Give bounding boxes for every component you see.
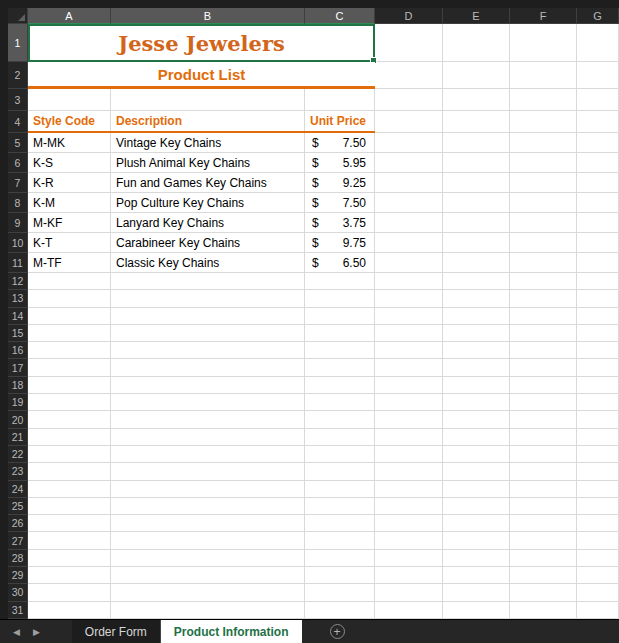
empty-cell[interactable] [305, 481, 375, 498]
row-header-18[interactable]: 18 [8, 377, 28, 394]
empty-cell[interactable] [577, 584, 619, 601]
empty-cell[interactable] [111, 359, 305, 376]
empty-cell[interactable] [443, 153, 510, 173]
empty-cell[interactable] [577, 550, 619, 567]
cell-description[interactable]: Fun and Games Key Chains [111, 173, 305, 193]
empty-cell[interactable] [443, 584, 510, 601]
cell-description[interactable]: Plush Animal Key Chains [111, 153, 305, 173]
empty-cell[interactable] [305, 394, 375, 411]
empty-cell[interactable] [577, 253, 619, 273]
empty-cell[interactable] [375, 290, 443, 307]
empty-cell[interactable] [111, 515, 305, 532]
empty-cell[interactable] [375, 342, 443, 359]
row-header-28[interactable]: 28 [8, 550, 28, 567]
empty-cell[interactable] [375, 62, 443, 89]
column-header-A[interactable]: A [28, 8, 111, 24]
empty-cell[interactable] [305, 446, 375, 463]
empty-cell[interactable] [510, 153, 577, 173]
empty-cell[interactable] [443, 213, 510, 233]
sheet-tab-product-information[interactable]: Product Information [161, 620, 302, 643]
empty-cell[interactable] [375, 133, 443, 153]
row-header-3[interactable]: 3 [8, 89, 28, 111]
cell-style-code[interactable]: K-R [28, 173, 111, 193]
empty-cell[interactable] [305, 342, 375, 359]
prev-sheet-button[interactable]: ◀ [13, 627, 20, 637]
row-header-8[interactable]: 8 [8, 193, 28, 213]
empty-cell[interactable] [443, 342, 510, 359]
row-header-19[interactable]: 19 [8, 394, 28, 411]
empty-cell[interactable] [577, 325, 619, 342]
empty-cell[interactable] [111, 325, 305, 342]
empty-cell[interactable] [28, 342, 111, 359]
column-header-F[interactable]: F [510, 8, 577, 24]
row-header-14[interactable]: 14 [8, 308, 28, 325]
empty-cell[interactable] [443, 173, 510, 193]
empty-cell[interactable] [111, 273, 305, 290]
empty-cell[interactable] [28, 394, 111, 411]
empty-cell[interactable] [577, 463, 619, 480]
empty-cell[interactable] [111, 602, 305, 619]
empty-cell[interactable] [111, 429, 305, 446]
empty-cell[interactable] [375, 429, 443, 446]
empty-cell[interactable] [28, 411, 111, 428]
empty-cell[interactable] [443, 89, 510, 111]
empty-cell[interactable] [111, 411, 305, 428]
header-description[interactable]: Description [111, 114, 305, 128]
empty-cell[interactable] [577, 342, 619, 359]
empty-cell[interactable] [375, 173, 443, 193]
empty-cell[interactable] [510, 446, 577, 463]
empty-cell[interactable] [577, 89, 619, 111]
empty-cell[interactable] [443, 463, 510, 480]
empty-cell[interactable] [510, 602, 577, 619]
empty-cell[interactable] [375, 359, 443, 376]
row-header-6[interactable]: 6 [8, 153, 28, 173]
row-header-21[interactable]: 21 [8, 429, 28, 446]
sheet-grid[interactable]: Jesse Jewelers Product List Style Code D… [28, 24, 619, 619]
empty-cell[interactable] [375, 394, 443, 411]
empty-cell[interactable] [510, 550, 577, 567]
column-header-G[interactable]: G [577, 8, 619, 24]
empty-cell[interactable] [443, 515, 510, 532]
empty-cell[interactable] [577, 359, 619, 376]
empty-cell[interactable] [443, 359, 510, 376]
empty-cell[interactable] [443, 532, 510, 549]
header-style-code[interactable]: Style Code [28, 114, 111, 128]
empty-cell[interactable] [510, 273, 577, 290]
empty-cell[interactable] [375, 567, 443, 584]
empty-cell[interactable] [28, 550, 111, 567]
empty-cell[interactable] [443, 325, 510, 342]
row-header-20[interactable]: 20 [8, 411, 28, 428]
empty-cell[interactable] [577, 153, 619, 173]
empty-cell[interactable] [305, 515, 375, 532]
empty-cell[interactable] [577, 602, 619, 619]
row-header-9[interactable]: 9 [8, 213, 28, 233]
empty-cell[interactable] [577, 515, 619, 532]
empty-cell[interactable] [375, 532, 443, 549]
empty-cell[interactable] [577, 498, 619, 515]
header-unit-price[interactable]: Unit Price [305, 114, 375, 128]
empty-cell[interactable] [305, 377, 375, 394]
empty-cell[interactable] [28, 429, 111, 446]
empty-cell[interactable] [443, 290, 510, 307]
empty-cell[interactable] [577, 111, 619, 133]
empty-cell[interactable] [375, 308, 443, 325]
empty-cell[interactable] [577, 133, 619, 153]
empty-cell[interactable] [443, 481, 510, 498]
row-header-1[interactable]: 1 [8, 24, 28, 62]
empty-cell[interactable] [305, 325, 375, 342]
row-header-29[interactable]: 29 [8, 567, 28, 584]
empty-cell[interactable] [111, 342, 305, 359]
empty-cell[interactable] [305, 463, 375, 480]
empty-cell[interactable] [510, 62, 577, 89]
empty-cell[interactable] [577, 213, 619, 233]
empty-cell[interactable] [305, 567, 375, 584]
empty-cell[interactable] [577, 394, 619, 411]
selected-merged-cell-a1[interactable]: Jesse Jewelers [28, 24, 375, 62]
empty-cell[interactable] [510, 308, 577, 325]
empty-cell[interactable] [375, 377, 443, 394]
empty-cell[interactable] [305, 498, 375, 515]
empty-cell[interactable] [111, 584, 305, 601]
empty-cell[interactable] [111, 532, 305, 549]
empty-cell[interactable] [577, 290, 619, 307]
row-header-10[interactable]: 10 [8, 233, 28, 253]
